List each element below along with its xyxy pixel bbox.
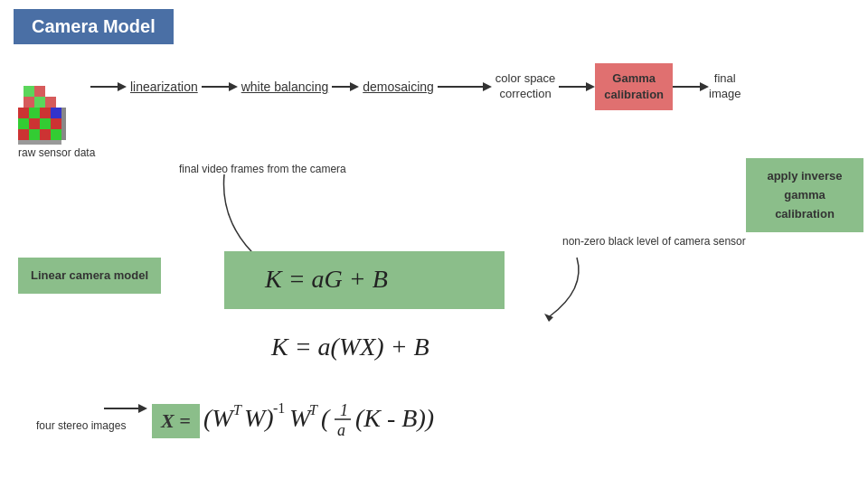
svg-marker-36 (138, 404, 147, 413)
page-title: Camera Model (14, 9, 174, 44)
arrow-4 (438, 78, 492, 96)
svg-marker-24 (350, 82, 359, 91)
formula-kgb-svg: K = aG + B (256, 260, 473, 296)
x-equals-box: X = (152, 404, 200, 438)
curved-arrow-blacklevel (523, 253, 595, 325)
white-balancing-label: white balancing (241, 80, 329, 94)
final-image-label: final image (709, 71, 741, 102)
formula-box-3: (W T W) -1 W T ( 1 a (K - B)) (199, 383, 787, 450)
svg-marker-26 (483, 82, 492, 91)
color-space-label: color space correction (495, 71, 555, 102)
svg-text:1: 1 (340, 401, 348, 419)
svg-marker-28 (586, 82, 595, 91)
svg-text:(W: (W (203, 404, 235, 432)
arrow-6 (673, 78, 709, 96)
formula-box-2: K = a(WX) + B (158, 324, 665, 368)
formula-box-1: K = aG + B (224, 251, 505, 309)
svg-text:T: T (309, 402, 318, 418)
raw-sensor-label: raw sensor data (18, 146, 95, 159)
arrow-3 (332, 78, 359, 96)
formula-kwxb-svg: K = a(WX) + B (267, 324, 556, 364)
svg-rect-7 (51, 118, 61, 129)
svg-rect-9 (29, 129, 40, 140)
arrow-1 (90, 78, 127, 96)
svg-rect-5 (29, 118, 40, 129)
svg-text:(K - B)): (K - B)) (355, 404, 434, 432)
linearization-label: linearization (130, 80, 198, 94)
svg-rect-6 (40, 118, 51, 129)
arrow-5 (559, 78, 595, 96)
apply-inverse-gamma-box: apply inverse gamma calibration (746, 158, 863, 232)
svg-text:-1: -1 (273, 400, 285, 416)
svg-rect-17 (18, 140, 61, 145)
pipeline-row: linearization white balancing demosaicin… (18, 63, 859, 110)
svg-text:a: a (337, 421, 345, 439)
svg-rect-18 (61, 108, 66, 140)
svg-text:K = aG + B: K = aG + B (264, 265, 388, 293)
svg-rect-4 (18, 118, 29, 129)
non-zero-black-level-label: non-zero black level of camera sensor (562, 233, 746, 249)
linear-camera-model-box: Linear camera model (18, 258, 161, 294)
svg-marker-30 (700, 82, 709, 91)
svg-text:W): W) (244, 404, 274, 432)
four-stereo-images-label: four stereo images (36, 418, 126, 434)
svg-text:(: ( (321, 404, 331, 432)
svg-marker-20 (118, 82, 127, 91)
svg-rect-10 (40, 129, 51, 140)
svg-rect-11 (51, 129, 61, 140)
gamma-calibration-box: Gamma calibration (595, 63, 673, 110)
arrow-stereo (104, 399, 149, 418)
svg-text:K = a(WX) + B: K = a(WX) + B (270, 333, 429, 361)
demosaicing-label: demosaicing (363, 80, 434, 94)
svg-text:T: T (233, 402, 242, 418)
svg-rect-8 (18, 129, 29, 140)
formula-large-svg: (W T W) -1 W T ( 1 a (K - B)) (199, 383, 760, 446)
arrow-2 (202, 78, 238, 96)
svg-marker-22 (229, 82, 238, 91)
